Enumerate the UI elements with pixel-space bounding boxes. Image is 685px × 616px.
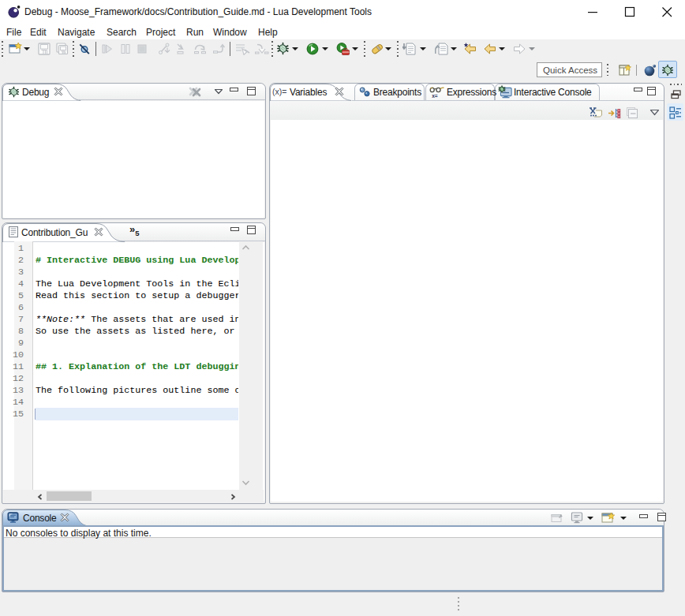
svg-text:x=: x= <box>432 93 438 99</box>
